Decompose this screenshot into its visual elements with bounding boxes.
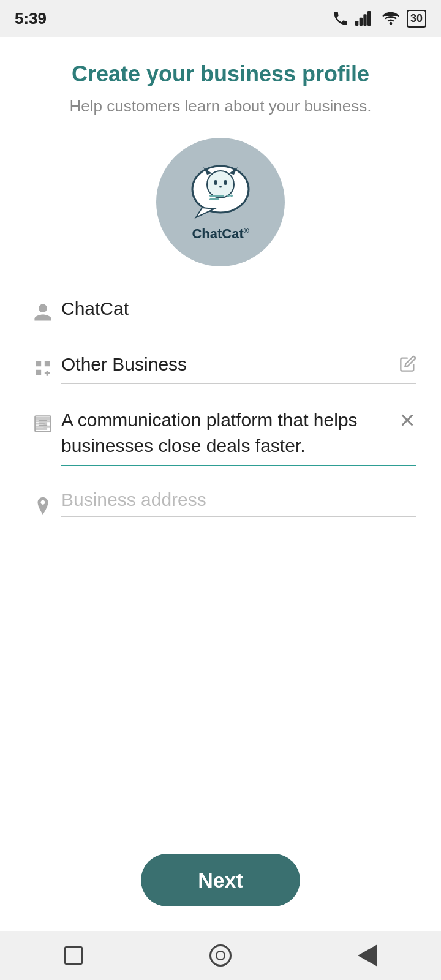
description-value: A communication platform that helps busi… bbox=[61, 410, 358, 456]
description-icon bbox=[24, 407, 61, 434]
status-time: 5:39 bbox=[15, 9, 47, 28]
svg-marker-6 bbox=[196, 208, 214, 217]
person-icon bbox=[24, 296, 61, 323]
location-icon bbox=[24, 489, 61, 516]
svg-rect-14 bbox=[209, 198, 219, 200]
square-icon bbox=[64, 946, 83, 965]
triangle-icon bbox=[358, 944, 377, 967]
nav-recents-button[interactable] bbox=[349, 937, 386, 974]
nav-back-button[interactable] bbox=[55, 937, 92, 974]
name-field-row: ChatCat bbox=[24, 296, 417, 328]
name-field[interactable]: ChatCat bbox=[61, 296, 417, 328]
address-field-row: Business address bbox=[24, 489, 417, 517]
main-content: Create your business profile Help custom… bbox=[0, 37, 441, 931]
page-title: Create your business profile bbox=[47, 61, 394, 87]
svg-rect-1 bbox=[360, 18, 363, 26]
address-placeholder: Business address bbox=[61, 489, 206, 510]
description-field[interactable]: A communication platform that helps busi… bbox=[61, 407, 417, 466]
category-field[interactable]: Other Business bbox=[61, 352, 417, 384]
category-field-row: Other Business bbox=[24, 352, 417, 384]
name-value: ChatCat bbox=[61, 298, 153, 318]
svg-rect-2 bbox=[363, 14, 366, 26]
category-icon bbox=[24, 352, 61, 379]
phone-icon bbox=[332, 10, 349, 27]
svg-point-11 bbox=[224, 180, 227, 185]
address-field[interactable]: Business address bbox=[61, 489, 417, 517]
category-value: Other Business bbox=[61, 354, 211, 374]
clear-icon[interactable] bbox=[398, 411, 417, 432]
wifi-icon bbox=[381, 10, 401, 27]
description-field-row: A communication platform that helps busi… bbox=[24, 407, 417, 466]
avatar-logo-text: ChatCat® bbox=[192, 226, 249, 242]
page-subtitle: Help customers learn about your business… bbox=[70, 97, 372, 116]
status-icons: 30 bbox=[332, 10, 426, 28]
nav-home-button[interactable] bbox=[202, 937, 239, 974]
edit-icon[interactable] bbox=[399, 355, 417, 375]
business-logo[interactable]: ChatCat® bbox=[156, 138, 285, 266]
signal-icon bbox=[355, 10, 375, 27]
svg-point-16 bbox=[230, 195, 233, 197]
chatcat-logo-icon bbox=[184, 162, 257, 224]
svg-rect-0 bbox=[355, 21, 358, 26]
svg-point-12 bbox=[219, 186, 222, 188]
next-button[interactable]: Next bbox=[141, 854, 300, 907]
status-bar: 5:39 30 bbox=[0, 0, 441, 37]
svg-point-10 bbox=[214, 180, 217, 185]
svg-rect-13 bbox=[209, 195, 224, 197]
svg-point-15 bbox=[227, 195, 230, 197]
next-button-label: Next bbox=[198, 869, 243, 892]
battery-indicator: 30 bbox=[407, 10, 426, 28]
svg-point-4 bbox=[390, 23, 391, 24]
svg-rect-3 bbox=[368, 11, 371, 26]
logo-superscript: ® bbox=[244, 227, 249, 235]
circle-icon bbox=[209, 944, 232, 967]
bottom-nav bbox=[0, 931, 441, 980]
svg-point-9 bbox=[207, 171, 234, 198]
form-section: ChatCat Other Business A communicatio bbox=[0, 296, 441, 523]
